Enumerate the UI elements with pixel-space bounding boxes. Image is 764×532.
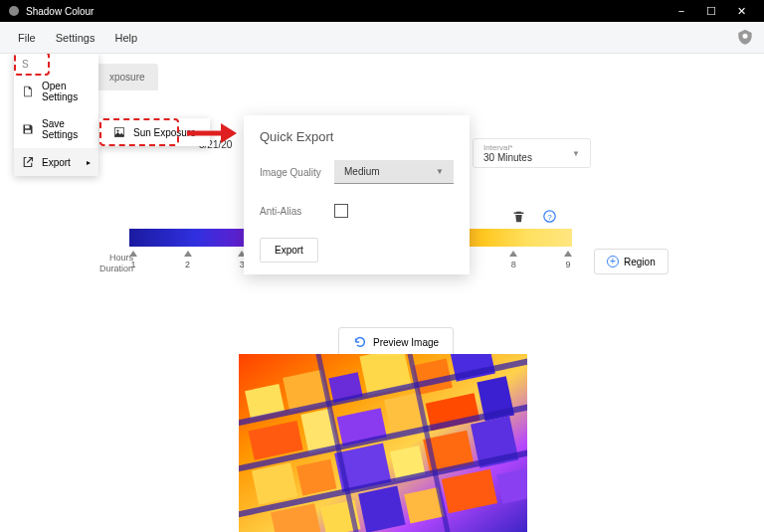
- menubar: File Settings Help: [0, 22, 764, 54]
- document-icon: [22, 86, 34, 97]
- image-quality-label: Image Quality: [260, 167, 334, 178]
- settings-gear-icon[interactable]: [734, 27, 756, 49]
- preview-button-label: Preview Image: [373, 337, 439, 348]
- svg-rect-2: [25, 125, 30, 128]
- app-icon: [8, 5, 20, 17]
- annotation-arrow-icon: [187, 121, 237, 145]
- window-title: Shadow Colour: [26, 6, 94, 17]
- svg-rect-3: [25, 130, 31, 133]
- plus-circle-icon: +: [607, 256, 619, 267]
- anti-alias-label: Anti-Alias: [260, 206, 334, 217]
- interval-label: Interval*: [483, 143, 532, 152]
- tick[interactable]: 2: [184, 251, 192, 269]
- menu-help[interactable]: Help: [104, 26, 147, 50]
- tick[interactable]: 8: [509, 251, 517, 269]
- tick[interactable]: 9: [564, 251, 572, 269]
- maximize-button[interactable]: ☐: [696, 0, 726, 22]
- menu-open-settings[interactable]: Open Settings: [14, 73, 98, 110]
- close-button[interactable]: ✕: [726, 0, 756, 22]
- image-quality-value: Medium: [344, 166, 380, 177]
- chevron-down-icon: ▼: [436, 167, 444, 176]
- menu-settings[interactable]: Settings: [46, 26, 105, 50]
- export-button[interactable]: Export: [260, 238, 318, 263]
- menu-save-settings[interactable]: Save Settings: [14, 110, 98, 148]
- window-titlebar: Shadow Colour − ☐ ✕: [0, 0, 764, 22]
- region-button[interactable]: + Region: [594, 249, 668, 274]
- quick-export-panel: Quick Export Image Quality Medium ▼ Anti…: [244, 115, 470, 274]
- svg-text:?: ?: [547, 213, 552, 222]
- quick-export-title: Quick Export: [260, 129, 454, 144]
- menu-export[interactable]: Export ▸: [14, 148, 98, 176]
- interval-value: 30 Minutes: [483, 152, 532, 163]
- preview-image-button[interactable]: Preview Image: [338, 327, 454, 357]
- svg-marker-7: [221, 123, 237, 143]
- minimize-button[interactable]: −: [667, 0, 696, 22]
- refresh-icon: [353, 335, 367, 349]
- svg-rect-31: [358, 485, 405, 532]
- content-area: S Open Settings Save Settings Export ▸ S…: [0, 54, 764, 532]
- annotation-submenu-highlight: [99, 118, 179, 146]
- chevron-down-icon: ▼: [572, 149, 580, 158]
- menu-save-settings-label: Save Settings: [42, 118, 91, 140]
- gradient-axis-label: Hours Duration: [99, 253, 133, 274]
- menu-export-label: Export: [42, 157, 71, 168]
- anti-alias-checkbox[interactable]: [334, 204, 348, 218]
- menu-file[interactable]: File: [8, 26, 46, 50]
- export-icon: [22, 156, 34, 168]
- region-button-label: Region: [624, 257, 656, 267]
- help-icon[interactable]: ?: [543, 209, 556, 227]
- svg-point-0: [9, 6, 19, 16]
- annotation-file-highlight: [14, 54, 50, 76]
- trash-icon[interactable]: [512, 209, 525, 227]
- image-quality-select[interactable]: Medium ▼: [334, 160, 454, 184]
- preview-image: [239, 354, 527, 532]
- svg-point-1: [743, 33, 748, 38]
- interval-select[interactable]: Interval* 30 Minutes ▼: [473, 138, 591, 168]
- tab-sun-exposure[interactable]: xposure: [96, 64, 158, 90]
- tick[interactable]: 1: [129, 251, 137, 269]
- chevron-right-icon: ▸: [87, 158, 91, 167]
- save-icon: [22, 123, 34, 135]
- menu-open-settings-label: Open Settings: [42, 81, 91, 102]
